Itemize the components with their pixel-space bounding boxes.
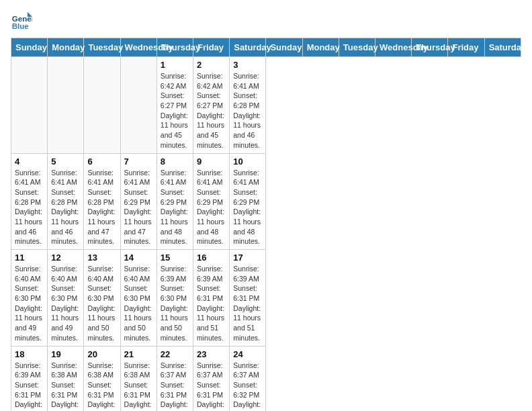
day-cell: 18Sunrise: 6:39 AM Sunset: 6:31 PM Dayli… xyxy=(11,346,48,411)
page-header: General Blue xyxy=(11,11,521,32)
day-info: Sunrise: 6:38 AM Sunset: 6:31 PM Dayligh… xyxy=(124,361,153,412)
day-number: 16 xyxy=(197,253,226,263)
logo: General Blue xyxy=(11,11,32,32)
day-cell: 14Sunrise: 6:40 AM Sunset: 6:30 PM Dayli… xyxy=(120,250,157,347)
col-header-saturday: Saturday xyxy=(484,38,521,57)
day-number: 15 xyxy=(161,253,189,263)
col-header-sunday: Sunday xyxy=(266,38,302,57)
day-number: 24 xyxy=(233,349,262,359)
day-info: Sunrise: 6:42 AM Sunset: 6:27 PM Dayligh… xyxy=(161,71,189,150)
col-header-monday: Monday xyxy=(302,38,339,57)
day-info: Sunrise: 6:40 AM Sunset: 6:30 PM Dayligh… xyxy=(51,264,80,343)
col-header-tuesday: Tuesday xyxy=(339,38,375,57)
day-info: Sunrise: 6:41 AM Sunset: 6:28 PM Dayligh… xyxy=(233,71,262,150)
logo-icon: General Blue xyxy=(11,11,32,32)
day-number: 19 xyxy=(51,349,80,359)
day-info: Sunrise: 6:37 AM Sunset: 6:32 PM Dayligh… xyxy=(233,361,262,412)
day-number: 6 xyxy=(87,156,116,167)
svg-text:Blue: Blue xyxy=(12,22,30,30)
day-number: 2 xyxy=(197,60,226,70)
day-info: Sunrise: 6:41 AM Sunset: 6:28 PM Dayligh… xyxy=(51,168,80,247)
day-cell: 9Sunrise: 6:41 AM Sunset: 6:29 PM Daylig… xyxy=(193,153,230,250)
day-cell: 2Sunrise: 6:42 AM Sunset: 6:27 PM Daylig… xyxy=(193,57,230,154)
day-info: Sunrise: 6:39 AM Sunset: 6:30 PM Dayligh… xyxy=(161,264,189,343)
day-number: 4 xyxy=(15,156,44,167)
calendar-table: SundayMondayTuesdayWednesdayThursdayFrid… xyxy=(11,38,521,411)
day-cell: 24Sunrise: 6:37 AM Sunset: 6:32 PM Dayli… xyxy=(230,346,266,411)
day-cell xyxy=(48,57,84,154)
week-row-1: 4Sunrise: 6:41 AM Sunset: 6:28 PM Daylig… xyxy=(11,153,521,250)
week-row-3: 18Sunrise: 6:39 AM Sunset: 6:31 PM Dayli… xyxy=(11,346,521,411)
day-info: Sunrise: 6:39 AM Sunset: 6:31 PM Dayligh… xyxy=(15,361,44,412)
day-info: Sunrise: 6:38 AM Sunset: 6:31 PM Dayligh… xyxy=(51,361,80,412)
day-info: Sunrise: 6:37 AM Sunset: 6:31 PM Dayligh… xyxy=(161,361,189,412)
day-cell: 19Sunrise: 6:38 AM Sunset: 6:31 PM Dayli… xyxy=(48,346,84,411)
day-cell xyxy=(84,57,120,154)
day-number: 17 xyxy=(233,253,262,263)
col-header-wednesday: Wednesday xyxy=(120,38,157,57)
day-number: 22 xyxy=(161,349,189,359)
header-row: SundayMondayTuesdayWednesdayThursdayFrid… xyxy=(11,38,521,57)
day-info: Sunrise: 6:39 AM Sunset: 6:31 PM Dayligh… xyxy=(233,264,262,343)
day-number: 9 xyxy=(197,156,226,167)
day-cell: 8Sunrise: 6:41 AM Sunset: 6:29 PM Daylig… xyxy=(157,153,193,250)
day-number: 1 xyxy=(161,60,189,70)
day-cell: 12Sunrise: 6:40 AM Sunset: 6:30 PM Dayli… xyxy=(48,250,84,347)
col-header-friday: Friday xyxy=(193,38,230,57)
day-info: Sunrise: 6:41 AM Sunset: 6:29 PM Dayligh… xyxy=(233,168,262,247)
day-info: Sunrise: 6:40 AM Sunset: 6:30 PM Dayligh… xyxy=(87,264,116,343)
day-number: 14 xyxy=(124,253,153,263)
day-number: 11 xyxy=(15,253,44,263)
day-cell: 17Sunrise: 6:39 AM Sunset: 6:31 PM Dayli… xyxy=(230,250,266,347)
day-info: Sunrise: 6:41 AM Sunset: 6:29 PM Dayligh… xyxy=(124,168,153,247)
day-info: Sunrise: 6:40 AM Sunset: 6:30 PM Dayligh… xyxy=(124,264,153,343)
day-number: 3 xyxy=(233,60,262,70)
day-number: 5 xyxy=(51,156,80,167)
day-number: 8 xyxy=(161,156,189,167)
col-header-saturday: Saturday xyxy=(230,38,266,57)
day-info: Sunrise: 6:41 AM Sunset: 6:29 PM Dayligh… xyxy=(197,168,226,247)
day-cell xyxy=(120,57,157,154)
col-header-thursday: Thursday xyxy=(412,38,448,57)
col-header-wednesday: Wednesday xyxy=(375,38,412,57)
col-header-tuesday: Tuesday xyxy=(84,38,120,57)
day-cell xyxy=(11,57,48,154)
day-number: 21 xyxy=(124,349,153,359)
day-number: 20 xyxy=(87,349,116,359)
day-cell: 6Sunrise: 6:41 AM Sunset: 6:28 PM Daylig… xyxy=(84,153,120,250)
day-number: 10 xyxy=(233,156,262,167)
day-info: Sunrise: 6:37 AM Sunset: 6:31 PM Dayligh… xyxy=(197,361,226,412)
day-cell: 21Sunrise: 6:38 AM Sunset: 6:31 PM Dayli… xyxy=(120,346,157,411)
day-cell: 3Sunrise: 6:41 AM Sunset: 6:28 PM Daylig… xyxy=(230,57,266,154)
day-cell: 4Sunrise: 6:41 AM Sunset: 6:28 PM Daylig… xyxy=(11,153,48,250)
col-header-thursday: Thursday xyxy=(157,38,193,57)
day-cell: 11Sunrise: 6:40 AM Sunset: 6:30 PM Dayli… xyxy=(11,250,48,347)
day-cell: 7Sunrise: 6:41 AM Sunset: 6:29 PM Daylig… xyxy=(120,153,157,250)
day-cell: 1Sunrise: 6:42 AM Sunset: 6:27 PM Daylig… xyxy=(157,57,193,154)
day-number: 23 xyxy=(197,349,226,359)
week-row-2: 11Sunrise: 6:40 AM Sunset: 6:30 PM Dayli… xyxy=(11,250,521,347)
col-header-sunday: Sunday xyxy=(11,38,48,57)
col-header-monday: Monday xyxy=(48,38,84,57)
day-info: Sunrise: 6:41 AM Sunset: 6:28 PM Dayligh… xyxy=(15,168,44,247)
day-info: Sunrise: 6:39 AM Sunset: 6:31 PM Dayligh… xyxy=(197,264,226,343)
day-cell: 10Sunrise: 6:41 AM Sunset: 6:29 PM Dayli… xyxy=(230,153,266,250)
day-info: Sunrise: 6:40 AM Sunset: 6:30 PM Dayligh… xyxy=(15,264,44,343)
day-number: 7 xyxy=(124,156,153,167)
col-header-friday: Friday xyxy=(448,38,484,57)
day-number: 18 xyxy=(15,349,44,359)
day-info: Sunrise: 6:41 AM Sunset: 6:28 PM Dayligh… xyxy=(87,168,116,247)
day-cell: 13Sunrise: 6:40 AM Sunset: 6:30 PM Dayli… xyxy=(84,250,120,347)
day-info: Sunrise: 6:41 AM Sunset: 6:29 PM Dayligh… xyxy=(161,168,189,247)
day-cell: 23Sunrise: 6:37 AM Sunset: 6:31 PM Dayli… xyxy=(193,346,230,411)
week-row-0: 1Sunrise: 6:42 AM Sunset: 6:27 PM Daylig… xyxy=(11,57,521,154)
day-cell: 5Sunrise: 6:41 AM Sunset: 6:28 PM Daylig… xyxy=(48,153,84,250)
day-info: Sunrise: 6:42 AM Sunset: 6:27 PM Dayligh… xyxy=(197,71,226,150)
day-cell: 22Sunrise: 6:37 AM Sunset: 6:31 PM Dayli… xyxy=(157,346,193,411)
day-cell: 20Sunrise: 6:38 AM Sunset: 6:31 PM Dayli… xyxy=(84,346,120,411)
day-number: 13 xyxy=(87,253,116,263)
day-info: Sunrise: 6:38 AM Sunset: 6:31 PM Dayligh… xyxy=(87,361,116,412)
day-cell: 16Sunrise: 6:39 AM Sunset: 6:31 PM Dayli… xyxy=(193,250,230,347)
day-number: 12 xyxy=(51,253,80,263)
day-cell: 15Sunrise: 6:39 AM Sunset: 6:30 PM Dayli… xyxy=(157,250,193,347)
